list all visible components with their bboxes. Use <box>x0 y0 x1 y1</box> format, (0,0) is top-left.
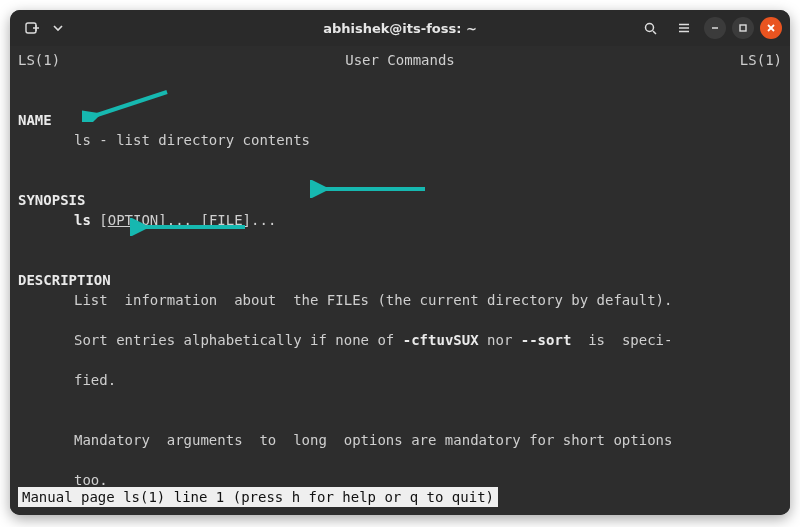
synopsis-cmd: ls <box>74 212 91 228</box>
terminal-window: abhishek@its-foss: ~ <box>10 10 790 515</box>
maximize-icon <box>738 23 748 33</box>
section-description-heading: DESCRIPTION <box>18 272 111 288</box>
search-button[interactable] <box>636 14 664 42</box>
name-body: ls - list directory contents <box>18 130 782 150</box>
svg-rect-9 <box>740 25 746 31</box>
terminal-body[interactable]: LS(1)User CommandsLS(1) NAME ls - list d… <box>10 46 790 515</box>
desc-line-1: List information about the FILEs (the cu… <box>18 290 782 310</box>
man-header-left: LS(1) <box>18 50 60 70</box>
desc-line-3: fied. <box>18 370 782 390</box>
section-synopsis-heading: SYNOPSIS <box>18 192 85 208</box>
maximize-button[interactable] <box>732 17 754 39</box>
synopsis-option: OPTION <box>108 212 159 228</box>
close-icon <box>766 23 776 33</box>
man-header-right: LS(1) <box>740 50 782 70</box>
menu-button[interactable] <box>670 14 698 42</box>
close-button[interactable] <box>760 17 782 39</box>
synopsis-line: ls [OPTION]... [FILE]... <box>18 210 782 230</box>
section-name-heading: NAME <box>18 112 52 128</box>
hamburger-icon <box>677 21 691 35</box>
svg-point-3 <box>645 23 653 31</box>
new-tab-button[interactable] <box>18 14 46 42</box>
search-icon <box>643 21 658 36</box>
chevron-down-icon <box>53 23 63 33</box>
minimize-button[interactable] <box>704 17 726 39</box>
desc-line-2: Sort entries alphabetically if none of -… <box>18 330 782 350</box>
desc-line-4: Mandatory arguments to long options are … <box>18 430 782 450</box>
minimize-icon <box>710 23 720 33</box>
pager-statusline: Manual page ls(1) line 1 (press h for he… <box>18 487 498 507</box>
new-tab-icon <box>24 20 40 36</box>
svg-line-4 <box>653 31 656 34</box>
tab-dropdown-button[interactable] <box>48 14 68 42</box>
synopsis-file: FILE <box>209 212 243 228</box>
man-page: LS(1)User CommandsLS(1) NAME ls - list d… <box>10 46 790 515</box>
man-header-center: User Commands <box>60 50 740 70</box>
titlebar: abhishek@its-foss: ~ <box>10 10 790 46</box>
